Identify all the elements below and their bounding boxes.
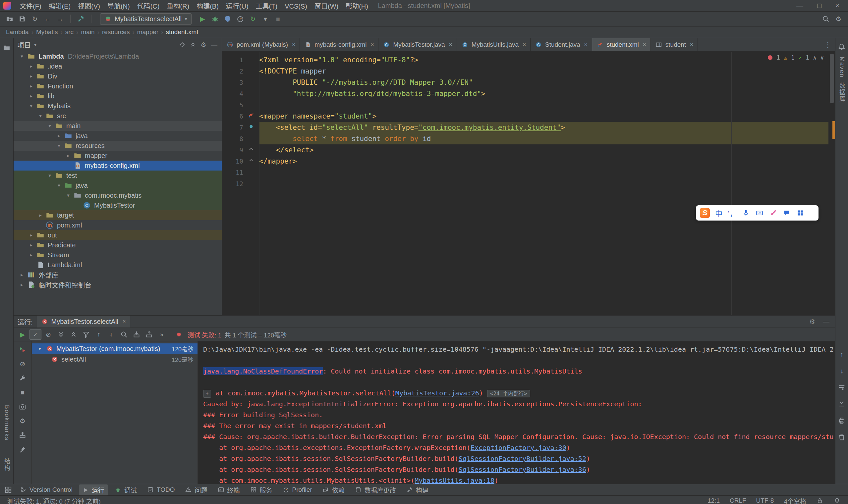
tree-chevron-icon[interactable]: ▾	[35, 113, 46, 119]
stack-trace-link[interactable]: ExceptionFactory.java:30	[470, 444, 566, 452]
window-stripe-icon[interactable]	[3, 485, 13, 495]
rerun-button[interactable]: ↻	[248, 14, 258, 24]
notifications-bell-icon[interactable]	[837, 42, 847, 52]
tree-row[interactable]: ▸ Predicate	[14, 240, 222, 250]
clear-console-icon[interactable]	[837, 432, 847, 442]
import-results-icon[interactable]	[131, 329, 142, 339]
tree-row[interactable]: ▾ Lambda D:\IdeaProjects\Lambda	[14, 51, 222, 61]
soft-wrap-icon[interactable]	[837, 382, 847, 392]
run-console[interactable]: D:\Java\JDK17\bin\java.exe -ea -Didea.te…	[198, 341, 835, 484]
tool-window-button[interactable]: 数据库更改	[351, 484, 400, 496]
tree-row[interactable]: ▸ out	[14, 230, 222, 240]
menu-item[interactable]: 工具(T)	[252, 2, 281, 11]
scroll-to-end-icon[interactable]	[837, 399, 847, 409]
expand-fold-icon[interactable]: +	[203, 390, 211, 398]
ime-toolbox-icon[interactable]	[796, 208, 805, 218]
tree-chevron-icon[interactable]: ▸	[26, 73, 36, 79]
tree-row[interactable]: ▸ Div	[14, 71, 222, 81]
project-panel-title[interactable]: 项目	[18, 40, 31, 50]
ime-keyboard-icon[interactable]	[755, 208, 764, 218]
tree-row[interactable]: ▸ target	[14, 210, 222, 220]
stack-trace-link[interactable]: SqlSessionFactoryBuilder.java:36	[458, 466, 586, 473]
fold-marker-icon[interactable]	[248, 144, 255, 156]
close-icon[interactable]: ×	[523, 41, 526, 48]
tree-row[interactable]: ▾ java	[14, 180, 222, 191]
tool-window-button[interactable]: Version Control	[16, 485, 76, 494]
settings-gear-icon[interactable]: ⚙	[200, 41, 207, 48]
next-issue-icon[interactable]: ∨	[820, 54, 824, 61]
tree-chevron-icon[interactable]: ▾	[54, 182, 64, 188]
tree-row[interactable]: mybatis-config.xml	[14, 161, 222, 170]
next-stacktrace-icon[interactable]: ↓	[837, 366, 847, 376]
menu-item[interactable]: 导航(N)	[104, 2, 134, 11]
hide-run-panel-icon[interactable]: —	[821, 317, 831, 326]
next-failed-icon[interactable]: ↓	[106, 329, 117, 339]
close-icon[interactable]: ×	[449, 41, 452, 48]
editor-tab[interactable]: m pom.xml (Mybatis) ×	[222, 38, 300, 51]
tree-chevron-icon[interactable]: ▸	[63, 152, 73, 159]
breadcrumb-item[interactable]: mapper	[137, 29, 158, 36]
forward-icon[interactable]: →	[55, 14, 65, 24]
tree-chevron-icon[interactable]: ▾	[45, 123, 55, 129]
run-tab[interactable]: MybatisTestor.selectAll ×	[37, 316, 130, 327]
close-button[interactable]: ×	[835, 2, 840, 10]
editor-tab[interactable]: student.xml ×	[592, 38, 651, 51]
tree-chevron-icon[interactable]: ▾	[63, 192, 73, 198]
stop-process-icon[interactable]: ⊘	[18, 359, 28, 369]
editor-scrollbar[interactable]	[828, 52, 835, 315]
stop-button[interactable]: ■	[273, 14, 283, 24]
tool-window-button[interactable]: 调试	[111, 484, 140, 496]
error-stripe-marker[interactable]	[832, 121, 835, 139]
expand-all-icon[interactable]	[55, 329, 67, 339]
pause-output-icon[interactable]: ■	[18, 388, 28, 397]
bookmarks-stripe-button[interactable]: Bookmarks	[3, 405, 10, 441]
tree-row[interactable]: ▸ 外部库	[14, 270, 222, 280]
prev-issue-icon[interactable]: ∧	[813, 54, 816, 61]
breadcrumb-item[interactable]: src	[65, 29, 73, 36]
run-button[interactable]: ▶	[197, 14, 207, 24]
run-settings-gear-icon[interactable]: ⚙	[807, 317, 817, 326]
database-stripe-button[interactable]: 数据库	[837, 83, 846, 102]
previous-failed-icon[interactable]: ↑	[93, 329, 104, 339]
ime-mode-button[interactable]: 中	[714, 208, 723, 218]
menu-item[interactable]: 构建(B)	[193, 2, 222, 11]
menu-item[interactable]: 窗口(W)	[311, 2, 342, 11]
show-passed-icon[interactable]: ✓	[30, 329, 41, 340]
tool-window-button[interactable]: 构建	[402, 484, 432, 496]
caret-position[interactable]: 12:1	[708, 497, 720, 504]
notifications-icon[interactable]	[833, 497, 841, 504]
tree-chevron-icon[interactable]: ▾	[45, 173, 55, 179]
menu-item[interactable]: 运行(U)	[222, 2, 252, 11]
debug-button[interactable]	[210, 14, 220, 24]
tool-window-button[interactable]: 终端	[214, 484, 244, 496]
coverage-button[interactable]	[223, 14, 232, 24]
inspections-widget[interactable]: 1 ⚠ 1 ✓ 1 ∧ ∨	[768, 54, 824, 61]
menu-item[interactable]: 视图(V)	[74, 2, 104, 11]
minimize-button[interactable]: —	[796, 2, 803, 10]
hide-panel-icon[interactable]: —	[210, 41, 218, 48]
fold-marker-icon[interactable]	[248, 156, 255, 167]
mybatis-mapper-icon[interactable]	[248, 111, 255, 122]
menu-item[interactable]: 重构(R)	[163, 2, 193, 11]
tree-chevron-icon[interactable]: ▾	[26, 103, 36, 109]
build-icon[interactable]	[76, 14, 86, 24]
tree-chevron-icon[interactable]: ▾	[36, 346, 43, 352]
ime-mic-icon[interactable]	[741, 208, 750, 218]
tool-window-button[interactable]: Profiler	[279, 485, 316, 494]
tree-row[interactable]: m pom.xml	[14, 220, 222, 230]
rerun-tests-icon[interactable]: ▶	[17, 329, 28, 339]
ime-punctuation-button[interactable]: ’，	[728, 208, 737, 218]
test-result-row[interactable]: selectAll 120毫秒	[32, 354, 197, 365]
tree-chevron-icon[interactable]: ▸	[26, 93, 36, 99]
tree-row[interactable]: ▾ com.imooc.mybatis	[14, 191, 222, 200]
editor-tab[interactable]: mybatis-config.xml ×	[300, 38, 378, 51]
close-icon[interactable]: ×	[643, 41, 646, 48]
more-tabs-icon[interactable]: ⋮	[820, 38, 835, 51]
scrollbar-thumb[interactable]	[830, 54, 834, 103]
find-test-icon[interactable]	[118, 329, 129, 339]
export-results-icon[interactable]	[143, 329, 155, 339]
tool-window-button[interactable]: 服务	[246, 484, 276, 496]
thread-snapshot-icon[interactable]	[18, 402, 28, 412]
tree-chevron-icon[interactable]: ▸	[17, 272, 27, 278]
tree-row[interactable]: ▸ lib	[14, 91, 222, 101]
